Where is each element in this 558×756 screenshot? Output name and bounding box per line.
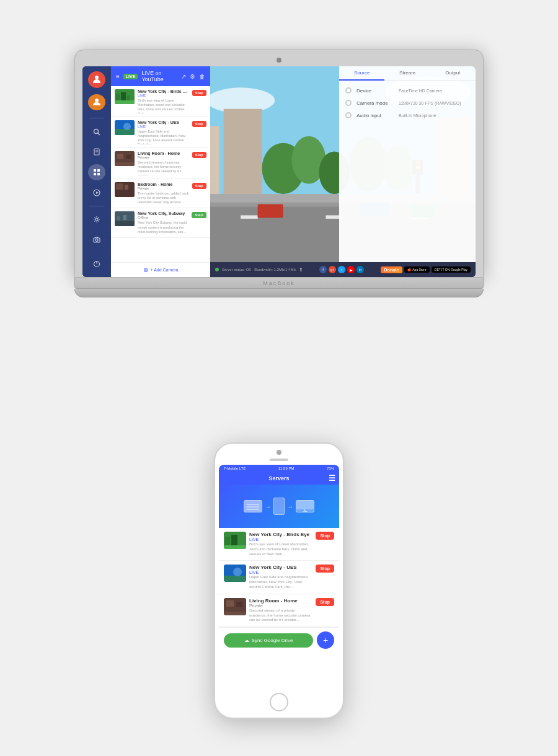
linkedin-icon[interactable]: in xyxy=(356,266,364,273)
laptop-device: ≡ LIVE LIVE on YouTube ↗ ⚙ 🗑 xyxy=(74,50,484,297)
svg-rect-77 xyxy=(224,545,246,549)
phone-carrier: T-Mobile LTE xyxy=(224,467,246,470)
svg-rect-36 xyxy=(123,215,126,220)
sidebar-icon-grid[interactable] xyxy=(88,164,105,181)
sidebar-icon-power[interactable] xyxy=(88,255,105,272)
camera-items-list: New York City - Birds Eye LIVE Bird's ey… xyxy=(111,86,210,262)
phone-cam-thumb-0 xyxy=(224,532,246,549)
add-camera-button[interactable]: ⊕ + Add Camera xyxy=(111,262,210,277)
phone-time: 11:59 PM xyxy=(278,467,294,470)
appstore-button[interactable]: 🍎 App Store xyxy=(404,266,429,273)
cam-status-1: LIVE xyxy=(138,125,189,128)
facebook-icon[interactable]: f xyxy=(319,266,327,273)
phone-nav-bar: Servers ☰ xyxy=(219,472,339,485)
sync-icon: ☁ xyxy=(244,638,249,643)
server-status: Server status: OK xyxy=(222,268,251,271)
share-icon[interactable]: ↗ xyxy=(181,73,186,80)
sidebar-icon-search[interactable] xyxy=(88,123,105,140)
sidebar-user-avatar[interactable] xyxy=(88,94,105,111)
config-row-device: Device FaceTime HD Camera xyxy=(345,87,469,94)
svg-rect-28 xyxy=(126,155,131,159)
start-button-4[interactable]: Start xyxy=(192,212,206,218)
svg-rect-34 xyxy=(115,221,135,226)
camera-item-0: New York City - Birds Eye LIVE Bird's ey… xyxy=(111,86,210,117)
config-radio-audio[interactable] xyxy=(345,112,352,118)
gplay-button[interactable]: GET IT ON Google Play xyxy=(432,266,471,273)
sync-button[interactable]: ☁ Sync Google Drive xyxy=(224,633,313,648)
stop-button-2[interactable]: Stop xyxy=(192,152,206,158)
bandwidth-status: Bandwidth: 1.2Mb/1.4Mb xyxy=(254,268,295,271)
sidebar-icon-document[interactable] xyxy=(88,144,105,160)
svg-rect-10 xyxy=(97,173,100,175)
sidebar-icon-play[interactable] xyxy=(88,184,105,201)
svg-point-80 xyxy=(233,568,242,576)
config-value-camera: 1280x720 30 FPS (RAWVIDEO) xyxy=(399,101,461,105)
svg-point-13 xyxy=(95,218,98,221)
status-left: Server status: OK Bandwidth: 1.2Mb/1.4Mb… xyxy=(215,267,303,273)
cam-status-0: LIVE xyxy=(138,94,189,97)
settings-icon[interactable]: ⚙ xyxy=(190,73,195,80)
svg-rect-35 xyxy=(117,216,120,220)
sidebar-divider-2 xyxy=(89,206,104,206)
svg-rect-32 xyxy=(125,185,128,190)
svg-marker-12 xyxy=(96,191,99,194)
phone-cam-name-1: New York City - UES xyxy=(249,565,312,570)
stop-button-3[interactable]: Stop xyxy=(192,183,206,189)
phone-cam-desc-0: Bird's eye view of Lower Manhattan, zoom… xyxy=(249,542,312,556)
tab-output[interactable]: Output xyxy=(430,66,476,81)
stop-button-0[interactable]: Stop xyxy=(192,90,206,96)
config-tabs: Source Stream Output xyxy=(339,66,476,81)
config-label-device: Device xyxy=(356,88,394,94)
phone-arrow-icon-2: → xyxy=(287,503,293,510)
tab-source[interactable]: Source xyxy=(339,66,384,81)
phone-cam-info-0: New York City - Birds Eye LIVE Bird's ey… xyxy=(249,532,312,556)
tab-stream[interactable]: Stream xyxy=(384,66,430,81)
phone-camera-item-0: New York City - Birds Eye LIVE Bird's ey… xyxy=(219,528,339,561)
svg-rect-82 xyxy=(226,600,234,607)
phone-stop-button-2[interactable]: Stop xyxy=(316,598,334,606)
phone-menu-icon[interactable]: ☰ xyxy=(329,474,335,483)
laptop-stand xyxy=(74,289,484,297)
cam-thumb-3 xyxy=(115,182,135,197)
svg-rect-8 xyxy=(97,169,100,172)
config-radio-camera[interactable] xyxy=(345,100,352,106)
filter-icon[interactable]: ≡ xyxy=(116,73,120,80)
svg-rect-24 xyxy=(115,129,135,135)
config-radio-device[interactable] xyxy=(345,87,352,94)
phone-home-button[interactable] xyxy=(270,693,288,711)
header-action-icons: ↗ ⚙ 🗑 xyxy=(181,73,205,80)
sidebar-icon-settings[interactable] xyxy=(88,211,105,228)
phone-battery: 73% xyxy=(327,467,334,470)
googleplus-icon[interactable]: g+ xyxy=(329,266,336,273)
phone-banner: → → xyxy=(219,485,339,528)
delete-icon[interactable]: 🗑 xyxy=(199,73,205,80)
sidebar xyxy=(82,66,111,277)
phone-cam-status-0: LIVE xyxy=(249,537,312,542)
svg-rect-76 xyxy=(231,535,237,545)
stop-button-1[interactable]: Stop xyxy=(192,121,206,127)
donate-button[interactable]: Donate xyxy=(381,266,403,273)
twitter-icon[interactable]: t xyxy=(338,266,345,273)
sidebar-divider-1 xyxy=(89,118,104,118)
sidebar-avatar[interactable] xyxy=(88,71,105,88)
cam-desc-3: The master bedroom, added back to my lis… xyxy=(138,191,189,204)
camera-list-header: ≡ LIVE LIVE on YouTube ↗ ⚙ 🗑 xyxy=(111,66,210,86)
svg-line-3 xyxy=(98,133,100,135)
sidebar-icon-camera[interactable] xyxy=(88,232,105,248)
phone-cam-name-0: New York City - Birds Eye xyxy=(249,532,312,537)
add-camera-phone-button[interactable]: + xyxy=(317,631,334,649)
svg-point-25 xyxy=(123,123,131,130)
phone-stop-button-1[interactable]: Stop xyxy=(316,565,334,573)
svg-rect-19 xyxy=(116,94,120,100)
phone-camera-item-1: New York City - UES LIVE Upper East Side… xyxy=(219,561,339,594)
cam-name-4: New York City, Subway xyxy=(138,211,188,216)
phone-cam-name-2: Living Room - Home xyxy=(249,598,312,604)
svg-rect-37 xyxy=(130,218,132,221)
cam-name-0: New York City - Birds Eye xyxy=(138,89,189,94)
phone-stop-button-0[interactable]: Stop xyxy=(316,532,334,540)
sync-label: Sync Google Drive xyxy=(252,638,293,643)
phone-screen: T-Mobile LTE 11:59 PM 73% Servers ☰ → → xyxy=(219,465,339,688)
youtube-icon[interactable]: ▶ xyxy=(347,266,355,273)
cam-desc-0: Bird's eye view of Lower Manhattan, zoom… xyxy=(138,99,189,113)
phone-camera xyxy=(277,450,281,455)
